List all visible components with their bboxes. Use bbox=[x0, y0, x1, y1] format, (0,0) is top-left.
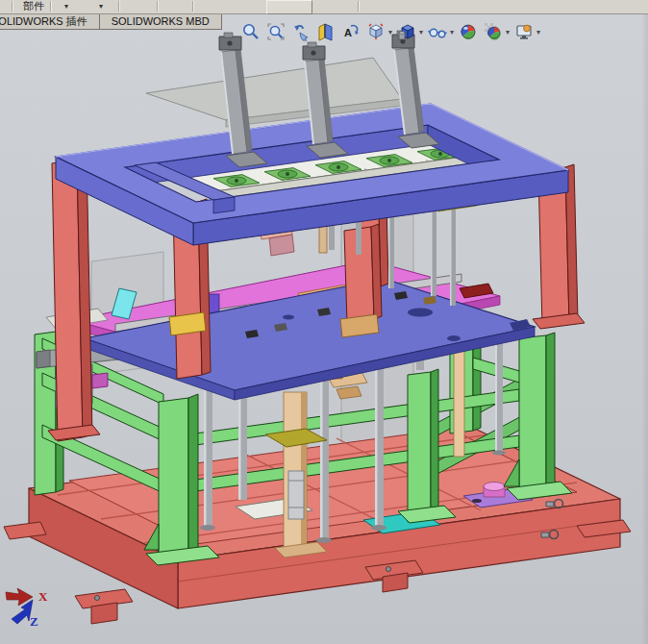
menu-separator bbox=[157, 1, 159, 12]
graphics-viewport[interactable]: A ▾ ▾ ▾ ▾ ▾ bbox=[0, 13, 648, 644]
menu-separator bbox=[358, 1, 360, 12]
x-axis-label: X bbox=[38, 589, 48, 604]
viewport-right-edge bbox=[641, 13, 648, 644]
chevron-down-icon[interactable]: ▾ bbox=[506, 28, 510, 37]
edit-appearance-icon[interactable] bbox=[458, 21, 479, 42]
view-orientation-icon[interactable] bbox=[365, 21, 386, 42]
chevron-down-icon[interactable]: ▾ bbox=[450, 28, 454, 37]
tab-solidworks-addins[interactable]: SOLIDWORKS 插件 bbox=[0, 13, 100, 30]
tab-solidworks-mbd[interactable]: SOLIDWORKS MBD bbox=[99, 13, 222, 30]
chevron-down-icon[interactable]: ▾ bbox=[388, 28, 392, 37]
pneumatic-cylinder bbox=[288, 471, 304, 519]
chevron-down-icon[interactable]: ▾ bbox=[536, 28, 540, 37]
reference-triad: X Z bbox=[6, 588, 48, 629]
assembly-model: X Z bbox=[0, 13, 648, 644]
chevron-down-icon[interactable]: ▾ bbox=[419, 28, 423, 37]
toolbar-blank-button[interactable] bbox=[266, 0, 312, 14]
menu-separator bbox=[50, 1, 52, 12]
hide-show-items-icon[interactable] bbox=[427, 21, 448, 42]
previous-view-icon[interactable] bbox=[290, 21, 312, 42]
apply-scene-icon[interactable] bbox=[483, 21, 504, 42]
menu-bar: 部件 ▾ ▾ bbox=[0, 0, 648, 14]
z-axis-label: Z bbox=[30, 614, 38, 629]
dynamic-annotation-views-icon[interactable]: A bbox=[340, 21, 361, 42]
command-manager-tabs: SOLIDWORKS 插件 SOLIDWORKS MBD bbox=[0, 13, 221, 30]
svg-text:A: A bbox=[344, 27, 352, 38]
menu-item-component[interactable]: 部件 bbox=[23, 0, 44, 12]
heads-up-view-toolbar: A ▾ ▾ ▾ ▾ ▾ bbox=[240, 19, 540, 44]
zoom-to-fit-icon[interactable] bbox=[240, 21, 262, 42]
display-style-icon[interactable] bbox=[396, 21, 417, 42]
section-view-icon[interactable] bbox=[315, 21, 336, 42]
chevron-down-icon[interactable]: ▾ bbox=[64, 1, 68, 12]
menu-separator bbox=[12, 1, 13, 12]
zoom-to-area-icon[interactable] bbox=[265, 21, 287, 42]
chevron-down-icon[interactable]: ▾ bbox=[99, 1, 103, 12]
menu-separator bbox=[118, 1, 120, 12]
view-settings-icon[interactable] bbox=[513, 21, 535, 42]
menu-separator bbox=[192, 1, 194, 12]
